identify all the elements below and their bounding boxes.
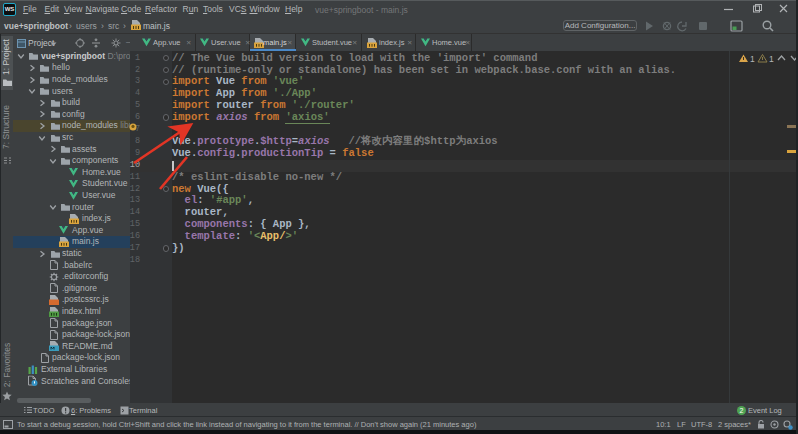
- svg-text:2: 2: [740, 407, 744, 414]
